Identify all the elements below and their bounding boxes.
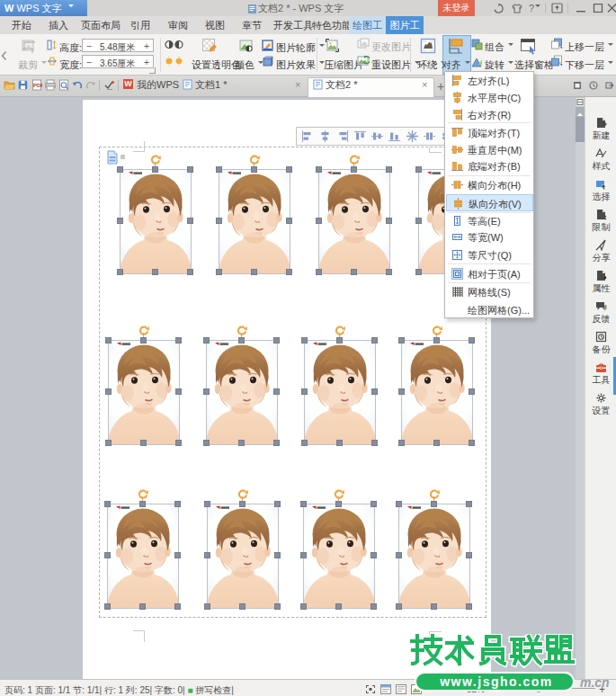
svg-text:www.jsgho.com: www.jsgho.com (439, 674, 553, 689)
svg-text:m.cn: m.cn (580, 675, 610, 690)
svg-text:PDF: PDF (33, 83, 42, 88)
